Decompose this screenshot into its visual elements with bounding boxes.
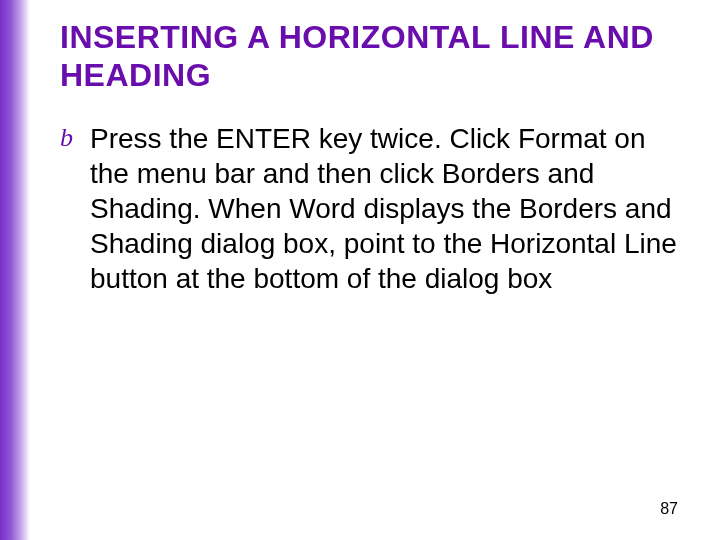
accent-bar	[0, 0, 30, 540]
slide-content: INSERTING A HORIZONTAL LINE AND HEADING …	[60, 18, 680, 296]
bullet-icon: b	[60, 125, 80, 151]
body-text: Press the ENTER key twice. Click Format …	[90, 121, 680, 296]
slide-title: INSERTING A HORIZONTAL LINE AND HEADING	[60, 18, 680, 95]
page-number: 87	[660, 500, 678, 518]
bullet-block: b Press the ENTER key twice. Click Forma…	[60, 121, 680, 296]
